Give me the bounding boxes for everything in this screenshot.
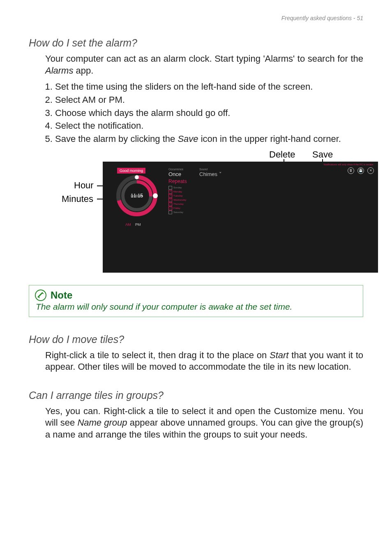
- note-icon: [35, 290, 46, 301]
- note-title: Note: [51, 290, 72, 301]
- alarms-app-screen: Good morning 11:15 AM PM Occurrence On: [103, 162, 378, 273]
- checkbox-icon: ✓: [168, 198, 172, 202]
- sound-dropdown[interactable]: Chimes ˅: [199, 171, 222, 177]
- s3em: Name group: [77, 417, 127, 428]
- day-sat[interactable]: Saturday: [168, 211, 187, 214]
- heading-set-alarm: How do I set the alarm?: [29, 37, 363, 49]
- intro-text: Your computer can act as an alarm clock.…: [45, 53, 363, 76]
- time-readout: 11:15: [114, 173, 159, 218]
- checkbox-icon: ✓: [168, 202, 172, 206]
- label-delete: Delete: [269, 149, 295, 160]
- day-label: Thursday: [173, 203, 184, 205]
- occurrence-column: Occurrence Once Repeats Sunday ✓Monday ✓…: [168, 168, 187, 215]
- am-option[interactable]: AM: [125, 222, 131, 227]
- step-1: Set the time using the sliders on the le…: [55, 81, 363, 93]
- delete-icon[interactable]: 🗑: [348, 167, 354, 174]
- steps-list: Set the time using the sliders on the le…: [45, 81, 363, 145]
- close-icon[interactable]: ✕: [367, 167, 374, 174]
- time-picker-dial[interactable]: 11:15: [114, 173, 159, 218]
- note-body: The alarm will only sound if your comput…: [36, 302, 357, 312]
- checkbox-icon: [168, 186, 172, 190]
- intro-a: Your computer can act as an alarm clock.…: [45, 53, 363, 64]
- page: Frequently asked questions - 51 How do I…: [0, 0, 392, 556]
- am-pm-toggle[interactable]: AM PM: [125, 222, 141, 227]
- day-label: Saturday: [173, 211, 183, 213]
- step-2: Select AM or PM.: [55, 94, 363, 106]
- days-list: Sunday ✓Monday ✓Tuesday ✓Wednesday ✓Thur…: [168, 186, 187, 214]
- step-5em: Save: [178, 134, 198, 144]
- sound-column: Sound Chimes ˅: [199, 168, 222, 177]
- day-label: Friday: [173, 207, 180, 209]
- step-4: Select the notification.: [55, 120, 363, 132]
- label-hour: Hour: [74, 180, 94, 191]
- sound-header: Sound: [199, 168, 222, 171]
- s2em: Start: [270, 350, 288, 360]
- day-sun[interactable]: Sunday: [168, 186, 187, 190]
- intro-b: app.: [73, 65, 93, 76]
- occurrence-repeats[interactable]: Repeats: [168, 178, 187, 184]
- occurrence-once[interactable]: Once: [168, 171, 187, 177]
- step-5b: icon in the upper right-hand corner.: [198, 134, 341, 144]
- day-thu[interactable]: ✓Thursday: [168, 202, 187, 206]
- checkbox-icon: ✓: [168, 206, 172, 210]
- day-label: Monday: [173, 190, 182, 193]
- step-5a: Save the alarm by clicking the: [55, 134, 178, 144]
- day-label: Sunday: [173, 186, 182, 189]
- pm-option[interactable]: PM: [135, 222, 141, 227]
- label-minutes: Minutes: [62, 194, 93, 204]
- day-mon[interactable]: ✓Monday: [168, 190, 187, 194]
- note-box: Note The alarm will only sound if your c…: [29, 285, 363, 317]
- day-label: Tuesday: [173, 195, 183, 197]
- alarm-title-chip: Good morning: [117, 168, 145, 174]
- label-save: Save: [312, 149, 333, 160]
- day-wed[interactable]: ✓Wednesday: [168, 198, 187, 202]
- save-icon[interactable]: 💾: [357, 167, 364, 174]
- step-5: Save the alarm by clicking the Save icon…: [55, 133, 363, 145]
- day-label: Wednesday: [173, 199, 187, 201]
- arrange-groups-text: Yes, you can. Right-click a tile to sele…: [45, 405, 363, 441]
- occurrence-header: Occurrence: [168, 168, 187, 171]
- heading-move-tiles: How do I move tiles?: [29, 334, 363, 345]
- checkbox-icon: ✓: [168, 190, 172, 194]
- checkbox-icon: ✓: [168, 194, 172, 198]
- running-head: Frequently asked questions - 51: [281, 15, 363, 21]
- move-tiles-text: Right-click a tile to select it, then dr…: [45, 350, 363, 373]
- note-heading: Note: [35, 290, 357, 301]
- checkbox-icon: [168, 211, 172, 214]
- alarm-diagram: Delete Save Hour Minutes Good morning 11…: [45, 149, 382, 277]
- heading-arrange-groups: Can I arrange tiles in groups?: [29, 389, 363, 401]
- top-icon-bar: 🗑 💾 ✕: [348, 167, 374, 174]
- notification-note: Notifications will only show if the PC i…: [324, 163, 374, 166]
- s2a: Right-click a tile to select it, then dr…: [45, 350, 270, 360]
- day-fri[interactable]: ✓Friday: [168, 206, 187, 210]
- step-3: Choose which days the alarm should go of…: [55, 107, 363, 119]
- day-tue[interactable]: ✓Tuesday: [168, 194, 187, 198]
- intro-em: Alarms: [45, 65, 73, 76]
